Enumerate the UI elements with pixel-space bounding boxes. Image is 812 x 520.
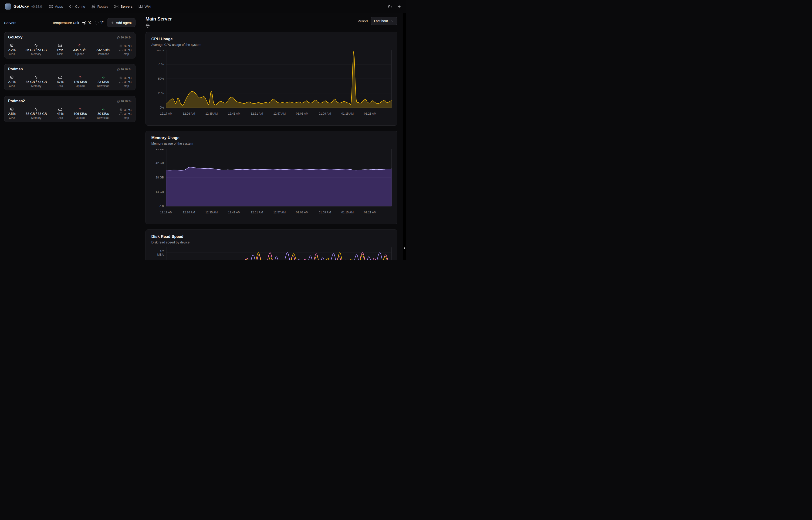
cpu-label: CPU xyxy=(9,116,15,120)
disk-label: Disk xyxy=(57,52,63,56)
temperature-unit-label: Temperature Unit xyxy=(52,21,79,25)
memory-chart-title: Memory Usage xyxy=(151,136,392,140)
stat-temp: 38 °C 38 °C Temp xyxy=(119,106,132,120)
memory-value: 35 GB / 63 GB xyxy=(26,48,47,52)
stat-download: 23 KB/s Download xyxy=(97,74,109,87)
cpu-label: CPU xyxy=(9,84,15,87)
upload-label: Upload xyxy=(76,52,84,56)
stat-cpu: 2.1% CPU xyxy=(8,74,16,87)
svg-text:12:51 AM: 12:51 AM xyxy=(251,211,263,214)
download-arrow-icon xyxy=(101,107,105,111)
upload-arrow-icon xyxy=(78,107,82,111)
nav-item-label: Servers xyxy=(120,4,133,8)
svg-text:01:09 AM: 01:09 AM xyxy=(319,211,331,214)
memory-usage-chart: 0 B14 GB28 GB42 GB56 GB12:17 AM12:26 AM1… xyxy=(151,149,392,220)
disk-temp-value: 38 °C xyxy=(124,80,132,84)
collapse-chevron-left-icon[interactable] xyxy=(402,246,406,250)
memory-value: 35 GB / 63 GB xyxy=(26,112,47,115)
radio-circle xyxy=(95,21,99,24)
nav-item-label: Wiki xyxy=(145,4,151,8)
server-card-podman2[interactable]: Podman2 @ 16:16:24 2.5% CPU 35 GB / 63 G… xyxy=(4,96,136,122)
cpu-chart-subtitle: Average CPU usage of the system xyxy=(151,43,392,47)
svg-text:01:15 AM: 01:15 AM xyxy=(341,112,354,115)
navbar: GoDoxy v0.18.0 Apps Config Routes Server… xyxy=(0,0,406,13)
memory-label: Memory xyxy=(31,84,41,87)
stat-memory: 35 GB / 63 GB Memory xyxy=(26,74,47,87)
globe-icon[interactable] xyxy=(145,24,150,28)
svg-text:75%: 75% xyxy=(158,63,164,66)
stat-upload: 335 KB/s Upload xyxy=(73,42,86,56)
nav-item-apps[interactable]: Apps xyxy=(49,4,63,9)
cpu-label: CPU xyxy=(9,52,15,56)
stat-memory: 35 GB / 63 GB Memory xyxy=(26,106,47,120)
nav-item-label: Config xyxy=(75,4,85,8)
disk-label: Disk xyxy=(57,84,63,87)
svg-text:01:03 AM: 01:03 AM xyxy=(296,112,308,115)
disk-temp-value: 38 °C xyxy=(124,48,132,52)
nav-item-config[interactable]: Config xyxy=(69,4,85,9)
theme-toggle-button[interactable] xyxy=(388,4,392,9)
cpu-value: 2.1% xyxy=(8,80,16,84)
logout-button[interactable] xyxy=(397,4,401,9)
period-label: Period xyxy=(358,19,368,23)
activity-icon xyxy=(34,107,38,111)
stat-memory: 35 GB / 63 GB Memory xyxy=(26,42,47,56)
nav-item-label: Apps xyxy=(55,4,63,8)
period-value: Last hour xyxy=(374,19,388,23)
download-arrow-icon xyxy=(101,75,105,79)
period-select[interactable]: Last hour xyxy=(371,17,397,25)
stat-download: 232 KB/s Download xyxy=(96,42,110,56)
memory-value: 35 GB / 63 GB xyxy=(26,80,47,84)
disk-chart-subtitle: Disk read speed by device xyxy=(151,240,392,244)
svg-text:100%: 100% xyxy=(157,50,164,51)
activity-icon xyxy=(34,75,38,79)
download-label: Download xyxy=(97,84,109,87)
cpu-temp-value: 32 °C xyxy=(124,76,132,80)
cpu-temp-icon xyxy=(119,76,122,79)
svg-text:1/2MB/s: 1/2MB/s xyxy=(157,250,164,256)
nav-item-wiki[interactable]: Wiki xyxy=(139,4,151,9)
svg-text:12:57 AM: 12:57 AM xyxy=(273,112,286,115)
svg-text:0 B: 0 B xyxy=(160,205,164,208)
right-edge-strip xyxy=(403,13,406,260)
stat-upload: 106 KB/s Upload xyxy=(74,106,87,120)
celsius-radio[interactable]: °C xyxy=(82,21,91,24)
cpu-temp-value: 32 °C xyxy=(124,44,132,48)
stat-disk: 16% Disk xyxy=(57,42,63,56)
cpu-chart-title: CPU Usage xyxy=(151,37,392,42)
server-name: Podman xyxy=(8,67,23,71)
temp-label: Temp xyxy=(122,84,129,87)
disk-read-speed-chart: 1/2MB/s12:17 AM12:26 AM12:35 AM12:41 AM1… xyxy=(151,248,392,260)
server-stack-icon xyxy=(114,4,118,9)
server-name: Podman2 xyxy=(8,99,25,103)
celsius-label: °C xyxy=(88,21,91,24)
godoxy-logo xyxy=(5,3,11,9)
server-last-update: @ 16:16:24 xyxy=(117,68,132,71)
apps-grid-icon xyxy=(49,4,53,9)
app-version: v0.18.0 xyxy=(31,5,42,8)
svg-text:12:17 AM: 12:17 AM xyxy=(160,112,172,115)
route-icon xyxy=(91,4,95,9)
server-card-godoxy[interactable]: GoDoxy @ 16:16:24 2.2% CPU 35 GB / 63 GB… xyxy=(4,32,136,58)
fahrenheit-radio[interactable]: °F xyxy=(95,21,104,24)
add-agent-button[interactable]: Add agent xyxy=(107,18,136,27)
server-card-podman[interactable]: Podman @ 16:16:24 2.1% CPU 35 GB / 63 GB… xyxy=(4,64,136,90)
upload-label: Upload xyxy=(76,116,85,120)
svg-text:28 GB: 28 GB xyxy=(156,176,164,179)
stat-cpu: 2.2% CPU xyxy=(8,42,16,56)
disk-chart-title: Disk Read Speed xyxy=(151,234,392,239)
servers-sidebar: Servers Temperature Unit °C °F Add agent xyxy=(0,13,140,260)
brand-name: GoDoxy xyxy=(13,4,29,9)
nav-item-servers[interactable]: Servers xyxy=(114,4,133,9)
svg-text:42 GB: 42 GB xyxy=(156,161,164,165)
cpu-chip-icon xyxy=(10,43,14,47)
disk-temp-icon xyxy=(119,80,122,83)
nav-item-routes[interactable]: Routes xyxy=(91,4,109,9)
nav-item-label: Routes xyxy=(97,4,109,8)
code-icon xyxy=(69,4,73,9)
svg-text:25%: 25% xyxy=(158,92,164,95)
cpu-value: 2.5% xyxy=(8,112,16,115)
svg-text:01:21 AM: 01:21 AM xyxy=(364,211,376,214)
logout-icon xyxy=(397,4,401,9)
memory-label: Memory xyxy=(31,116,41,120)
